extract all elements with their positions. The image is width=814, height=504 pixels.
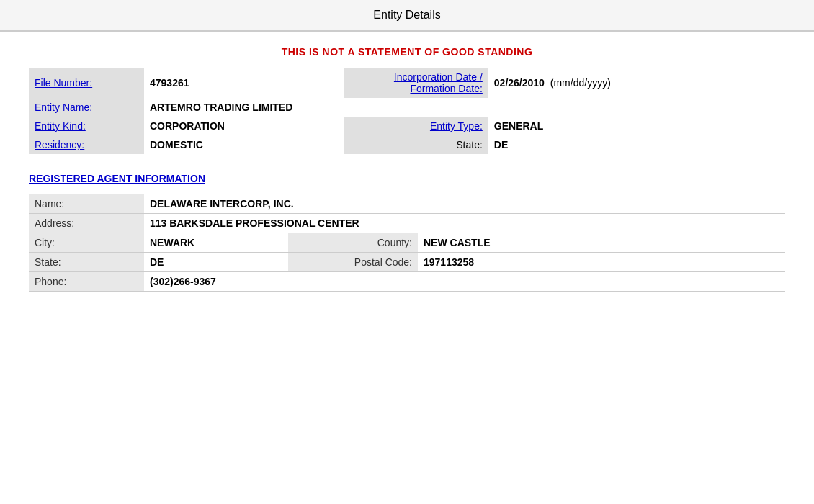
agent-name-row: Name: DELAWARE INTERCORP, INC. [29,194,785,214]
entity-name-label-cell: Entity Name: [29,98,144,117]
residency-label-cell: Residency: [29,135,144,154]
agent-county-label: County: [288,233,418,253]
entity-type-value: GENERAL [488,117,785,135]
agent-city-row: City: NEWARK County: NEW CASTLE [29,233,785,253]
state-label-cell: State: [344,135,488,154]
incorporation-date-value-cell: 02/26/2010 (mm/dd/yyyy) [488,68,785,98]
agent-state-value: DE [144,253,288,272]
agent-address-value: 113 BARKSDALE PROFESSIONAL CENTER [144,214,785,233]
registered-agent-section: REGISTERED AGENT INFORMATION [29,166,785,189]
agent-state-row: State: DE Postal Code: 197113258 [29,253,785,272]
agent-postal-code-label: Postal Code: [288,253,418,272]
agent-address-label: Address: [29,214,144,233]
agent-phone-value: (302)266-9367 [144,272,785,292]
warning-banner: THIS IS NOT A STATEMENT OF GOOD STANDING [29,39,785,68]
residency-row: Residency: DOMESTIC State: DE [29,135,785,154]
registered-agent-table: Name: DELAWARE INTERCORP, INC. Address: … [29,194,785,292]
agent-city-value: NEWARK [144,233,288,253]
entity-kind-label-cell: Entity Kind: [29,117,144,135]
entity-info-table: File Number: 4793261 Incorporation Date … [29,68,785,154]
agent-name-value: DELAWARE INTERCORP, INC. [144,194,785,214]
entity-name-value: ARTEMRO TRADING LIMITED [144,98,785,117]
entity-name-link[interactable]: Entity Name: [35,102,92,113]
entity-name-row: Entity Name: ARTEMRO TRADING LIMITED [29,98,785,117]
page-title: Entity Details [0,0,814,32]
entity-kind-row: Entity Kind: CORPORATION Entity Type: GE… [29,117,785,135]
agent-phone-label: Phone: [29,272,144,292]
registered-agent-title-link[interactable]: REGISTERED AGENT INFORMATION [29,166,205,189]
page-wrapper: Entity Details THIS IS NOT A STATEMENT O… [0,0,814,306]
file-number-value: 4793261 [144,68,344,98]
agent-phone-row: Phone: (302)266-9367 [29,272,785,292]
incorporation-date-link[interactable]: Incorporation Date / Formation Date: [394,71,483,94]
content-area: THIS IS NOT A STATEMENT OF GOOD STANDING… [0,32,814,306]
incorporation-date-label-cell: Incorporation Date / Formation Date: [344,68,488,98]
entity-type-label-cell: Entity Type: [344,117,488,135]
residency-link[interactable]: Residency: [35,139,84,150]
file-number-link[interactable]: File Number: [35,77,92,89]
entity-kind-value: CORPORATION [144,117,344,135]
file-number-label-cell: File Number: [29,68,144,98]
agent-name-label: Name: [29,194,144,214]
agent-city-label: City: [29,233,144,253]
file-number-row: File Number: 4793261 Incorporation Date … [29,68,785,98]
entity-type-link[interactable]: Entity Type: [430,120,483,132]
agent-state-label: State: [29,253,144,272]
state-value: DE [488,135,785,154]
agent-address-row: Address: 113 BARKSDALE PROFESSIONAL CENT… [29,214,785,233]
agent-postal-code-value: 197113258 [418,253,785,272]
residency-value: DOMESTIC [144,135,344,154]
agent-county-value: NEW CASTLE [418,233,785,253]
entity-kind-link[interactable]: Entity Kind: [35,120,86,132]
